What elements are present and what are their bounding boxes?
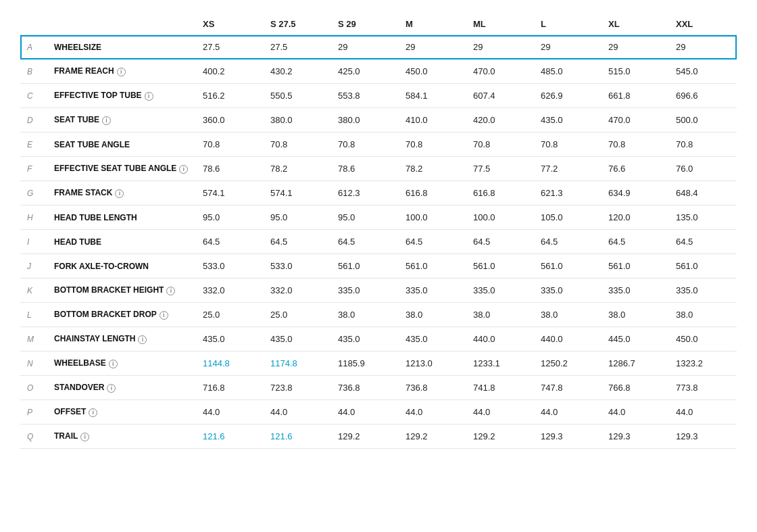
row-letter: J <box>20 254 47 279</box>
row-value: 64.5 <box>331 230 399 254</box>
row-value: 335.0 <box>399 279 466 303</box>
col-header-l: L <box>534 14 602 35</box>
row-value: 38.0 <box>669 303 737 327</box>
table-row: HHEAD TUBE LENGTH95.095.095.0100.0100.01… <box>20 205 737 230</box>
row-value: 440.0 <box>534 327 602 352</box>
table-row: JFORK AXLE-TO-CROWN533.0533.0561.0561.05… <box>20 254 737 279</box>
row-value: 332.0 <box>264 279 331 303</box>
row-value: 64.5 <box>399 230 466 254</box>
info-icon[interactable]: i <box>115 189 124 198</box>
row-value: 44.0 <box>602 400 669 425</box>
row-value: 470.0 <box>602 108 669 132</box>
info-icon[interactable]: i <box>109 360 118 368</box>
row-letter: C <box>20 84 47 108</box>
info-icon[interactable]: i <box>107 384 116 393</box>
info-icon[interactable]: i <box>89 408 97 417</box>
row-value: 95.0 <box>196 205 264 230</box>
row-value: 1213.0 <box>399 352 466 376</box>
row-label: STANDOVERi <box>47 376 196 400</box>
col-header-s275: S 27.5 <box>264 14 331 35</box>
row-value: 515.0 <box>602 59 669 84</box>
col-header-xxl: XXL <box>669 14 737 35</box>
row-label: BOTTOM BRACKET DROPi <box>47 303 196 327</box>
table-row: CEFFECTIVE TOP TUBEi516.2550.5553.8584.1… <box>20 84 737 108</box>
row-value: 77.5 <box>466 157 534 181</box>
row-value: 1185.9 <box>331 352 399 376</box>
row-value: 78.6 <box>331 157 399 181</box>
info-icon[interactable]: i <box>160 311 168 320</box>
row-value: 25.0 <box>196 303 264 327</box>
row-value: 445.0 <box>602 327 669 352</box>
info-icon[interactable]: i <box>138 335 147 344</box>
row-value: 516.2 <box>196 84 264 108</box>
row-label: FRAME STACKi <box>47 181 196 205</box>
table-row: OSTANDOVERi716.8723.8736.8736.8741.8747.… <box>20 376 737 400</box>
table-row: AWHEELSIZE27.527.5292929292929 <box>20 35 737 59</box>
row-value: 76.6 <box>602 157 669 181</box>
row-value: 626.9 <box>534 84 602 108</box>
row-value: 129.3 <box>534 425 602 449</box>
row-value: 70.8 <box>196 132 264 157</box>
info-icon[interactable]: i <box>102 116 111 125</box>
row-value: 584.1 <box>399 84 466 108</box>
row-value: 29 <box>534 35 602 59</box>
row-value: 70.8 <box>466 132 534 157</box>
row-value: 129.2 <box>399 425 466 449</box>
row-value: 70.8 <box>264 132 331 157</box>
row-value: 335.0 <box>669 279 737 303</box>
col-header-empty1 <box>20 14 47 35</box>
row-value: 27.5 <box>264 35 331 59</box>
row-letter: G <box>20 181 47 205</box>
row-value: 70.8 <box>669 132 737 157</box>
table-row: KBOTTOM BRACKET HEIGHTi332.0332.0335.033… <box>20 279 737 303</box>
row-value: 500.0 <box>669 108 737 132</box>
row-letter: I <box>20 230 47 254</box>
row-letter: F <box>20 157 47 181</box>
row-value: 335.0 <box>602 279 669 303</box>
row-value: 129.3 <box>602 425 669 449</box>
info-icon[interactable]: i <box>145 92 153 101</box>
row-letter: M <box>20 327 47 352</box>
row-value: 435.0 <box>331 327 399 352</box>
row-value: 553.8 <box>331 84 399 108</box>
info-icon[interactable]: i <box>166 287 175 295</box>
col-header-s29: S 29 <box>331 14 399 35</box>
row-value: 78.2 <box>399 157 466 181</box>
row-label: TRAILi <box>47 425 196 449</box>
row-value: 335.0 <box>534 279 602 303</box>
row-value: 44.0 <box>264 400 331 425</box>
row-value: 64.5 <box>534 230 602 254</box>
row-value: 100.0 <box>399 205 466 230</box>
row-value: 773.8 <box>669 376 737 400</box>
table-row: IHEAD TUBE64.564.564.564.564.564.564.564… <box>20 230 737 254</box>
row-letter: Q <box>20 425 47 449</box>
row-value: 121.6 <box>196 425 264 449</box>
col-header-ml: ML <box>466 14 534 35</box>
row-value: 38.0 <box>602 303 669 327</box>
row-value: 64.5 <box>602 230 669 254</box>
row-value: 400.2 <box>196 59 264 84</box>
row-value: 621.3 <box>534 181 602 205</box>
row-value: 430.2 <box>264 59 331 84</box>
row-value: 332.0 <box>196 279 264 303</box>
row-value: 70.8 <box>602 132 669 157</box>
row-value: 696.6 <box>669 84 737 108</box>
row-value: 27.5 <box>196 35 264 59</box>
row-value: 616.8 <box>399 181 466 205</box>
row-value: 44.0 <box>196 400 264 425</box>
table-row: POFFSETi44.044.044.044.044.044.044.044.0 <box>20 400 737 425</box>
row-value: 38.0 <box>399 303 466 327</box>
row-value: 64.5 <box>466 230 534 254</box>
row-value: 44.0 <box>399 400 466 425</box>
row-value: 1250.2 <box>534 352 602 376</box>
row-value: 1233.1 <box>466 352 534 376</box>
info-icon[interactable]: i <box>179 165 188 174</box>
info-icon[interactable]: i <box>117 68 126 76</box>
row-value: 561.0 <box>534 254 602 279</box>
info-icon[interactable]: i <box>80 433 89 441</box>
row-value: 648.4 <box>669 181 737 205</box>
row-letter: B <box>20 59 47 84</box>
row-label: OFFSETi <box>47 400 196 425</box>
row-value: 70.8 <box>331 132 399 157</box>
row-value: 64.5 <box>196 230 264 254</box>
